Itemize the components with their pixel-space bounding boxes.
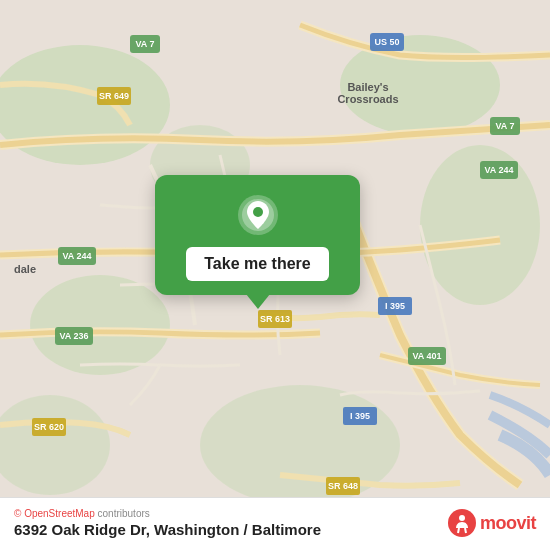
bottom-bar: © OpenStreetMap OpenStreetMap contributo…	[0, 497, 550, 550]
svg-text:US 50: US 50	[374, 37, 399, 47]
svg-text:SR 648: SR 648	[328, 481, 358, 491]
osm-attribution: © OpenStreetMap OpenStreetMap contributo…	[14, 508, 321, 519]
take-me-there-button[interactable]: Take me there	[186, 247, 328, 281]
osm-link[interactable]: © OpenStreetMap	[14, 508, 95, 519]
svg-text:SR 613: SR 613	[260, 314, 290, 324]
svg-point-4	[30, 275, 170, 375]
svg-text:I 395: I 395	[385, 301, 405, 311]
svg-text:VA 401: VA 401	[412, 351, 441, 361]
bottom-left: © OpenStreetMap OpenStreetMap contributo…	[14, 508, 321, 538]
svg-text:SR 620: SR 620	[34, 422, 64, 432]
svg-text:I 395: I 395	[350, 411, 370, 421]
svg-text:Bailey's: Bailey's	[347, 81, 388, 93]
svg-text:Crossroads: Crossroads	[337, 93, 398, 105]
moovit-logo[interactable]: moovit	[448, 509, 536, 537]
svg-text:VA 7: VA 7	[495, 121, 514, 131]
map-container: US 50 VA 7 VA 7 VA 244 VA 244 VA 236 I 3…	[0, 0, 550, 550]
svg-text:VA 244: VA 244	[484, 165, 513, 175]
address-label: 6392 Oak Ridge Dr, Washington / Baltimor…	[14, 521, 321, 538]
svg-point-41	[459, 515, 465, 521]
osm-contributors: contributors	[98, 508, 150, 519]
moovit-brand-name: moovit	[480, 513, 536, 534]
popup-card: Take me there	[155, 175, 360, 295]
moovit-icon	[448, 509, 476, 537]
svg-point-39	[253, 207, 263, 217]
svg-text:VA 236: VA 236	[59, 331, 88, 341]
svg-text:dale: dale	[14, 263, 36, 275]
svg-text:SR 649: SR 649	[99, 91, 129, 101]
svg-text:VA 244: VA 244	[62, 251, 91, 261]
location-pin-icon	[236, 193, 280, 237]
svg-text:VA 7: VA 7	[135, 39, 154, 49]
